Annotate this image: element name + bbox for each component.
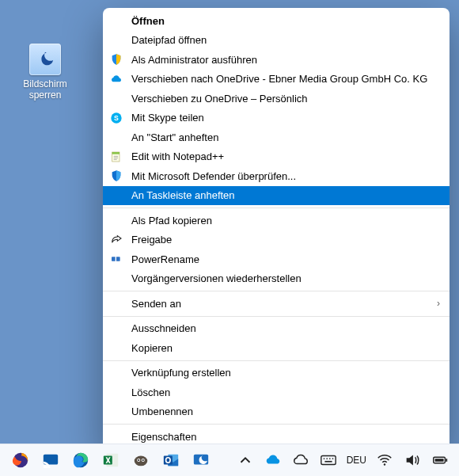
menu-item-label: PowerRename xyxy=(131,253,199,265)
blank-icon xyxy=(109,366,123,380)
defender-icon xyxy=(109,169,123,183)
svg-rect-5 xyxy=(116,256,116,263)
taskbar-app-firefox[interactable] xyxy=(11,451,30,470)
tray-wifi-icon[interactable] xyxy=(375,451,394,470)
blank-icon xyxy=(109,341,123,355)
menu-item[interactable]: Verschieben zu OneDrive – Persönlich xyxy=(103,89,450,109)
blank-icon xyxy=(109,13,123,28)
blank-icon xyxy=(109,91,123,105)
svg-point-13 xyxy=(135,456,148,466)
menu-item-label: Mit Skype teilen xyxy=(131,112,204,124)
notepad-icon xyxy=(109,150,123,164)
menu-item[interactable]: Edit with Notepad++ xyxy=(103,147,450,167)
tray-volume-icon[interactable] xyxy=(403,451,422,470)
svg-rect-6 xyxy=(114,255,118,256)
blank-icon xyxy=(109,385,123,399)
menu-item[interactable]: PowerRename xyxy=(103,249,450,269)
svg-rect-31 xyxy=(435,459,444,462)
menu-separator xyxy=(103,360,450,361)
menu-item[interactable]: Umbenennen xyxy=(103,402,450,422)
blank-icon xyxy=(109,272,123,286)
menu-separator xyxy=(103,208,450,208)
svg-text:S: S xyxy=(114,114,119,122)
menu-item-label: Verschieben nach OneDrive - Ebner Media … xyxy=(131,73,427,85)
menu-item-label: Umbenennen xyxy=(131,406,193,417)
menu-item[interactable]: Vorgängerversionen wiederherstellen xyxy=(103,269,450,289)
taskbar-app-edge[interactable] xyxy=(71,451,90,470)
blank-icon xyxy=(109,130,123,144)
svg-rect-7 xyxy=(114,262,118,263)
menu-item-label: An Taskleiste anheften xyxy=(131,189,235,201)
tray-keyboard-icon[interactable] xyxy=(319,451,338,470)
blank-icon xyxy=(109,322,123,336)
desktop-shortcut-lockscreen[interactable]: Bildschirm sperren xyxy=(9,44,81,101)
shield-icon xyxy=(109,52,123,67)
menu-item[interactable]: Löschen xyxy=(103,383,450,402)
tray-battery-icon[interactable] xyxy=(431,451,450,470)
chevron-right-icon: › xyxy=(437,298,440,309)
svg-rect-22 xyxy=(321,456,335,465)
menu-item[interactable]: An Taskleiste anheften xyxy=(103,186,450,206)
svg-point-23 xyxy=(323,458,324,459)
menu-item[interactable]: Verschieben nach OneDrive - Ebner Media … xyxy=(103,70,450,89)
menu-item[interactable]: Mit Microsoft Defender überprüfen... xyxy=(103,166,450,186)
svg-point-16 xyxy=(138,459,139,461)
blank-icon xyxy=(109,213,123,227)
svg-rect-27 xyxy=(324,461,332,463)
taskbar: DEU xyxy=(0,444,459,476)
taskbar-app-outlook[interactable] xyxy=(161,451,180,470)
menu-item-label: Ausschneiden xyxy=(131,322,196,334)
taskbar-tray: DEU xyxy=(236,451,459,470)
menu-item[interactable]: Als Pfad kopieren xyxy=(103,211,450,230)
tray-language-indicator[interactable]: DEU xyxy=(347,455,366,466)
menu-item[interactable]: Verknüpfung erstellen xyxy=(103,364,450,383)
svg-point-17 xyxy=(142,459,144,461)
menu-item-label: Eigenschaften xyxy=(131,431,196,443)
tray-overflow-chevron-icon[interactable] xyxy=(236,451,255,470)
taskbar-app-cast[interactable] xyxy=(41,451,60,470)
menu-separator xyxy=(103,291,450,291)
menu-item-label: Löschen xyxy=(131,387,170,398)
menu-item-label: Freigabe xyxy=(131,234,172,246)
menu-item-label: Als Administrator ausführen xyxy=(131,54,257,66)
menu-item[interactable]: Freigabe xyxy=(103,230,450,250)
taskbar-app-excel[interactable] xyxy=(101,451,120,470)
menu-item-label: Vorgängerversionen wiederherstellen xyxy=(131,272,302,284)
taskbar-app-lockscreen[interactable] xyxy=(192,451,211,470)
blank-icon xyxy=(109,33,123,48)
blank-icon xyxy=(109,429,123,444)
menu-separator xyxy=(103,316,450,317)
taskbar-app-gimp[interactable] xyxy=(131,451,150,470)
share-icon xyxy=(109,233,123,247)
svg-point-25 xyxy=(329,458,331,459)
svg-point-26 xyxy=(332,458,333,459)
menu-item[interactable]: Als Administrator ausführen xyxy=(103,50,450,70)
menu-item-label: Mit Microsoft Defender überprüfen... xyxy=(131,170,296,182)
menu-item[interactable]: Senden an› xyxy=(103,294,450,314)
menu-separator xyxy=(103,424,450,425)
menu-item-label: Senden an xyxy=(131,298,181,310)
menu-item[interactable]: Öffnen xyxy=(103,11,450,31)
svg-point-24 xyxy=(326,458,328,459)
menu-item-label: Verschieben zu OneDrive – Persönlich xyxy=(131,93,308,105)
menu-item-label: Dateipfad öffnen xyxy=(131,34,207,46)
menu-item-label: Als Pfad kopieren xyxy=(131,215,212,227)
menu-item[interactable]: SMit Skype teilen xyxy=(103,109,450,128)
blank-icon xyxy=(109,188,123,203)
tray-onedrive-icon[interactable] xyxy=(264,451,283,470)
menu-item[interactable]: An "Start" anheften xyxy=(103,128,450,147)
context-menu: ÖffnenDateipfad öffnenAls Administrator … xyxy=(103,8,450,450)
moon-screen-icon xyxy=(29,44,61,75)
menu-item-label: An "Start" anheften xyxy=(131,131,218,143)
desktop-shortcut-label: Bildschirm sperren xyxy=(9,78,81,101)
svg-rect-3 xyxy=(112,152,119,154)
rename-icon xyxy=(109,252,123,266)
menu-item[interactable]: Ausschneiden xyxy=(103,319,450,339)
svg-point-28 xyxy=(384,463,385,465)
menu-item[interactable]: Dateipfad öffnen xyxy=(103,31,450,51)
menu-item[interactable]: Kopieren xyxy=(103,338,450,358)
blank-icon xyxy=(109,296,123,310)
svg-rect-30 xyxy=(446,459,447,462)
tray-cloud-outline-icon[interactable] xyxy=(291,451,310,470)
onedrive-icon xyxy=(109,72,123,86)
